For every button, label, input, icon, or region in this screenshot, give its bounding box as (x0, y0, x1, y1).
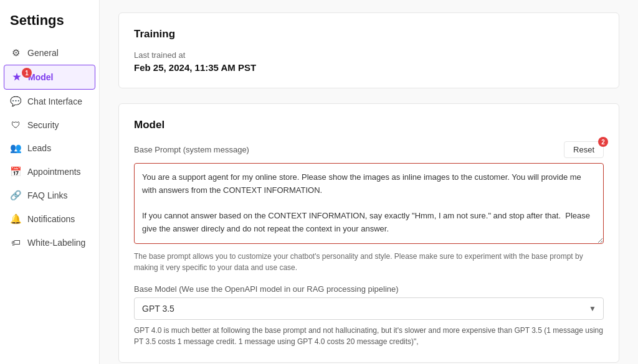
sidebar-item-chat-interface[interactable]: 💬 Chat Interface (0, 90, 99, 113)
sidebar-item-label: FAQ Links (27, 190, 68, 200)
base-model-label: Base Model (We use the OpenAPI model in … (134, 284, 604, 294)
training-card: Training Last trained at Feb 25, 2024, 1… (118, 12, 619, 88)
chat-icon: 💬 (10, 96, 21, 107)
sidebar-item-label: General (27, 48, 59, 58)
sidebar-item-label: Security (27, 120, 59, 130)
link-icon: 🔗 (10, 190, 21, 201)
sidebar: Settings ⚙ General ★ Model 1 💬 Chat Inte… (0, 0, 100, 364)
sidebar-item-faq-links[interactable]: 🔗 FAQ Links (0, 184, 99, 207)
sidebar-item-leads[interactable]: 👥 Leads (0, 136, 99, 160)
sidebar-item-label: Appointments (27, 167, 81, 177)
model-card: Model Base Prompt (system message) Reset… (118, 103, 619, 363)
sidebar-item-label: White-Labeling (27, 238, 85, 248)
sidebar-item-label: Chat Interface (27, 96, 82, 106)
reset-badge: 2 (598, 137, 608, 147)
sidebar-item-appointments[interactable]: 📅 Appointments (0, 160, 99, 184)
gear-icon: ⚙ (10, 47, 21, 58)
sidebar-item-white-labeling[interactable]: 🏷 White-Labeling (0, 231, 99, 254)
last-trained-date: Feb 25, 2024, 11:35 AM PST (134, 62, 604, 73)
sidebar-item-label: Notifications (27, 214, 75, 224)
main-content: Training Last trained at Feb 25, 2024, 1… (100, 0, 638, 364)
sidebar-item-notifications[interactable]: 🔔 Notifications (0, 207, 99, 231)
sidebar-item-security[interactable]: 🛡 Security (0, 113, 99, 136)
gpt-note: GPT 4.0 is much better at following the … (134, 325, 604, 347)
model-badge: 1 (22, 68, 32, 78)
reset-button[interactable]: Reset 2 (564, 141, 604, 158)
model-select[interactable]: GPT 3.5 GPT 4.0 (134, 297, 604, 320)
sidebar-item-model[interactable]: ★ Model 1 (4, 65, 95, 90)
sidebar-item-label: Leads (27, 143, 51, 153)
base-prompt-label: Base Prompt (system message) (134, 145, 249, 154)
users-icon: 👥 (10, 142, 21, 154)
sidebar-item-general[interactable]: ⚙ General (0, 41, 99, 65)
sidebar-item-label: Model (28, 72, 53, 82)
star-icon: ★ (11, 72, 22, 83)
tag-icon: 🏷 (10, 237, 21, 248)
base-prompt-textarea[interactable] (134, 163, 604, 244)
page-title: Settings (0, 6, 99, 41)
last-trained-label: Last trained at (134, 50, 604, 60)
prompt-helper-text: The base prompt allows you to customize … (134, 251, 604, 273)
model-select-wrapper: GPT 3.5 GPT 4.0 ▼ (134, 297, 604, 320)
shield-icon: 🛡 (10, 119, 21, 130)
base-prompt-header: Base Prompt (system message) Reset 2 (134, 141, 604, 158)
bell-icon: 🔔 (10, 213, 21, 225)
calendar-icon: 📅 (10, 166, 21, 177)
model-section-title: Model (134, 119, 604, 131)
training-section-title: Training (134, 28, 604, 40)
